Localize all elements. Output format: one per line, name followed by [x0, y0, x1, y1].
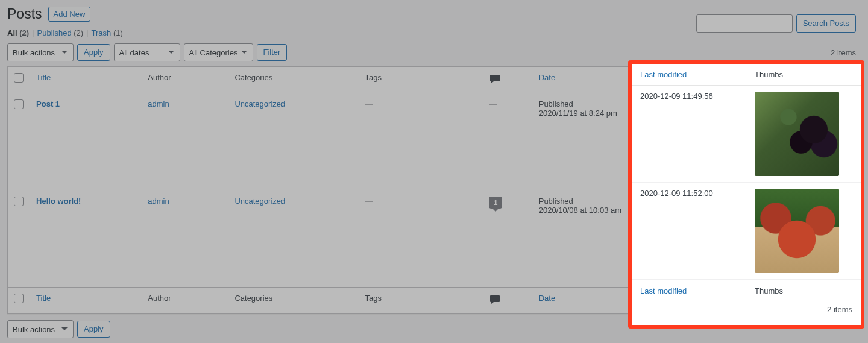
- apply-button-bottom[interactable]: Apply: [77, 321, 110, 338]
- col-title[interactable]: Title: [36, 73, 51, 82]
- category-link[interactable]: Uncategorized: [234, 197, 285, 206]
- bulk-actions-select-bottom[interactable]: Bulk actions: [7, 320, 74, 338]
- bulk-actions-select[interactable]: Bulk actions: [7, 43, 74, 61]
- date-value: 2020/11/19 at 8:24 pm: [539, 109, 617, 118]
- category-filter-select[interactable]: All Categories: [184, 43, 253, 61]
- filter-published-label: Published: [37, 28, 72, 37]
- apply-button-top[interactable]: Apply: [77, 44, 110, 61]
- filter-trash-label: Trash: [92, 28, 112, 37]
- thumb-post-2: [755, 189, 839, 273]
- category-link[interactable]: Uncategorized: [234, 99, 285, 109]
- comments-none: —: [489, 99, 497, 109]
- date-status: Published: [539, 197, 573, 206]
- hl-col-last-modified-foot[interactable]: Last modified: [640, 286, 687, 295]
- tags-value: —: [365, 99, 373, 109]
- filter-all-label: All: [7, 28, 17, 37]
- col-title-foot[interactable]: Title: [36, 294, 51, 303]
- filter-all[interactable]: All (2): [7, 28, 29, 37]
- search-input[interactable]: [696, 14, 793, 33]
- hl-items-count: 2 items: [632, 301, 861, 314]
- select-all-checkbox-top[interactable]: [14, 73, 24, 83]
- hl-col-last-modified[interactable]: Last modified: [640, 70, 687, 79]
- filter-published-count: (2): [74, 28, 83, 37]
- hl-col-thumbs: Thumbs: [746, 64, 861, 86]
- row-checkbox[interactable]: [14, 99, 24, 109]
- author-link[interactable]: admin: [148, 197, 169, 206]
- add-new-button[interactable]: Add New: [48, 7, 91, 22]
- col-tags: Tags: [359, 67, 483, 93]
- highlight-columns-overlay: Last modified Thumbs 2020-12-09 11:49:56…: [628, 60, 864, 329]
- col-date-foot[interactable]: Date: [539, 294, 555, 303]
- comments-count-bubble[interactable]: 1: [489, 197, 502, 209]
- select-all-checkbox-bottom[interactable]: [14, 294, 24, 303]
- col-tags-foot: Tags: [359, 287, 483, 313]
- row-checkbox[interactable]: [14, 197, 24, 206]
- date-value: 2020/10/08 at 10:03 am: [539, 206, 621, 215]
- thumb-post-1: [755, 92, 839, 176]
- date-filter-select[interactable]: All dates: [114, 43, 180, 61]
- col-author: Author: [142, 67, 228, 93]
- filter-button[interactable]: Filter: [257, 44, 288, 61]
- post-title-link[interactable]: Post 1: [36, 99, 60, 109]
- page-title: Posts: [7, 6, 42, 22]
- filter-trash-count: (1): [113, 28, 123, 37]
- col-date[interactable]: Date: [539, 73, 555, 82]
- filter-trash[interactable]: Trash (1): [92, 28, 123, 37]
- col-author-foot: Author: [142, 287, 228, 313]
- items-count-top: 2 items: [831, 48, 856, 57]
- filter-all-count: (2): [19, 28, 29, 37]
- col-categories-foot: Categories: [228, 287, 359, 313]
- hl-col-thumbs-foot: Thumbs: [746, 280, 861, 301]
- filter-published[interactable]: Published (2): [37, 28, 84, 37]
- tags-value: —: [365, 197, 373, 206]
- comments-icon[interactable]: [489, 298, 501, 307]
- table-row: 2020-12-09 11:49:56: [632, 86, 861, 183]
- author-link[interactable]: admin: [148, 99, 169, 109]
- col-categories: Categories: [228, 67, 359, 93]
- modified-value: 2020-12-09 11:52:00: [640, 189, 713, 198]
- search-button[interactable]: Search Posts: [796, 14, 856, 33]
- table-row: 2020-12-09 11:52:00: [632, 183, 861, 280]
- comments-icon[interactable]: [489, 78, 501, 87]
- post-title-link[interactable]: Hello world!: [36, 197, 81, 206]
- modified-value: 2020-12-09 11:49:56: [640, 92, 713, 101]
- date-status: Published: [539, 99, 573, 109]
